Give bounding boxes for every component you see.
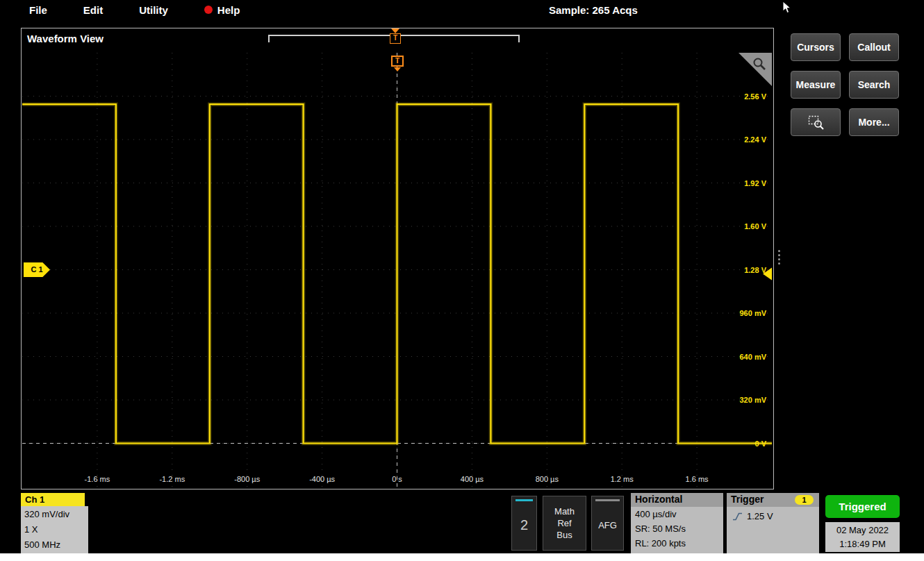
menu-help-label: Help <box>217 4 240 16</box>
menu-utility[interactable]: Utility <box>139 4 168 16</box>
channel2-label: 2 <box>512 517 536 533</box>
waveform-view-panel: Waveform View T 2.56 V2.24 V1.92 V1.60 V… <box>21 28 774 489</box>
math-label: Math <box>554 506 575 517</box>
trigger-flag-arrow-icon <box>394 67 401 72</box>
cursors-button[interactable]: Cursors <box>791 33 841 61</box>
ref-label: Ref <box>557 518 571 529</box>
trigger-arrow-icon <box>391 28 399 33</box>
splitter-dot <box>778 258 780 260</box>
afg-label: AFG <box>592 520 623 530</box>
magnifier-icon <box>752 56 767 72</box>
menu-help[interactable]: Help <box>204 4 240 16</box>
sample-status: Sample: 265 Acqs <box>549 4 638 16</box>
trigger-level: 1.25 V <box>747 511 773 521</box>
rising-edge-icon <box>732 512 743 521</box>
trigger-position-overview-marker[interactable]: T <box>388 28 403 44</box>
time-label: 1:18:49 PM <box>825 537 900 551</box>
settings-bar: Ch 1 320 mV/div 1 X 500 MHz 2 Math Ref B… <box>0 492 924 553</box>
horizontal-scale: 400 µs/div <box>631 507 723 521</box>
search-button[interactable]: Search <box>849 71 899 99</box>
measure-button[interactable]: Measure <box>791 71 841 99</box>
zoom-mode-button[interactable] <box>791 108 841 136</box>
splitter-dot <box>778 254 780 256</box>
afg-color-bar <box>595 499 620 501</box>
trigger-position-flag[interactable]: T <box>390 56 404 72</box>
trigger-panel[interactable]: Trigger 1 1.25 V <box>727 493 819 553</box>
trigger-flag-box: T <box>391 56 404 67</box>
trigger-title: Trigger <box>731 494 764 505</box>
mouse-cursor <box>782 1 792 15</box>
bottom-strip <box>0 553 924 561</box>
channel1-bandwidth: 500 MHz <box>24 537 88 553</box>
trigger-status-badge: Triggered <box>825 495 900 518</box>
trigger-source-badge: 1 <box>795 495 814 505</box>
zoom-box-icon <box>807 115 825 131</box>
channel1-badge[interactable]: Ch 1 <box>21 493 85 506</box>
trigger-header: Trigger 1 <box>727 493 819 507</box>
channel1-settings[interactable]: 320 mV/div 1 X 500 MHz <box>21 506 88 553</box>
trigger-t-icon: T <box>390 33 401 44</box>
channel2-color-bar <box>515 499 533 501</box>
record-length: RL: 200 kpts <box>631 536 723 551</box>
results-bar: Cursors Callout Measure Search More... <box>791 33 923 136</box>
bus-label: Bus <box>556 530 572 541</box>
datetime-display: 02 May 2022 1:18:49 PM <box>825 522 900 552</box>
date-label: 02 May 2022 <box>825 524 900 537</box>
menu-file[interactable]: File <box>29 4 47 16</box>
trigger-level-row: 1.25 V <box>727 507 819 521</box>
channel2-button[interactable]: 2 <box>511 496 537 551</box>
splitter-dot <box>778 250 780 252</box>
menu-edit[interactable]: Edit <box>83 4 103 16</box>
sidebar-button-grid: Cursors Callout Measure Search More... <box>791 33 923 136</box>
waveform-plot[interactable]: 2.56 V2.24 V1.92 V1.60 V1.28 V960 mV640 … <box>22 53 772 487</box>
panel-splitter-handle[interactable] <box>778 250 780 265</box>
horizontal-title: Horizontal <box>631 493 723 507</box>
horizontal-panel[interactable]: Horizontal 400 µs/div SR: 50 MS/s RL: 20… <box>631 493 723 553</box>
more-button[interactable]: More... <box>849 108 899 136</box>
waveform-svg <box>22 53 772 487</box>
channel1-scale: 320 mV/div <box>24 507 88 522</box>
help-status-dot-icon <box>204 6 213 14</box>
panel-title: Waveform View <box>27 33 104 44</box>
math-ref-bus-button[interactable]: Math Ref Bus <box>543 496 586 551</box>
afg-button[interactable]: AFG <box>591 496 624 551</box>
splitter-dot <box>778 262 780 265</box>
callout-button[interactable]: Callout <box>849 33 899 61</box>
channel1-attenuation: 1 X <box>24 522 88 537</box>
sample-rate: SR: 50 MS/s <box>631 521 723 536</box>
